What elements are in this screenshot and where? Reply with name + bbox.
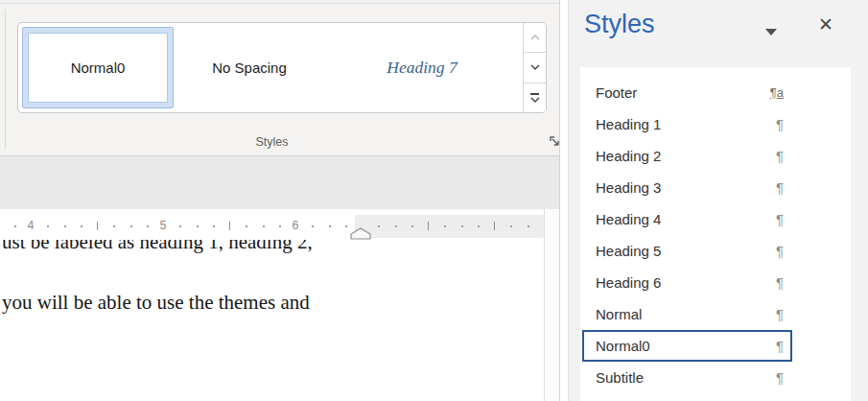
style-item-heading-5[interactable]: Heading 5¶ — [582, 235, 792, 267]
style-item-heading-2[interactable]: Heading 2¶ — [582, 140, 792, 172]
horizontal-ruler: 456 — [0, 209, 559, 240]
linked-style-mark-icon: ¶a — [770, 85, 790, 100]
gallery-items: Normal0No SpacingHeading 7 — [18, 23, 523, 112]
ruler-tick — [494, 222, 495, 230]
ribbon-group-separator — [5, 10, 6, 150]
gallery-scroll-up-button[interactable] — [524, 23, 546, 53]
window-chrome-band — [0, 156, 559, 209]
gallery-item-label: No Spacing — [212, 59, 287, 76]
ruler-tick — [147, 225, 149, 227]
styles-group-label: Styles — [0, 135, 544, 149]
paragraph-mark-icon: ¶ — [776, 306, 790, 322]
style-item-normal0[interactable]: Normal0¶ — [582, 330, 792, 362]
chevron-down-icon — [530, 97, 540, 103]
paragraph-mark-icon: ¶ — [776, 116, 790, 132]
style-item-normal[interactable]: Normal¶ — [582, 298, 792, 330]
style-item-heading-6[interactable]: Heading 6¶ — [582, 267, 792, 298]
document-vertical-scrollbar[interactable] — [544, 209, 559, 401]
style-item-name: Heading 3 — [584, 179, 776, 196]
quick-styles-gallery: Normal0No SpacingHeading 7 — [17, 22, 547, 113]
pane-close-button[interactable]: ✕ — [818, 15, 833, 34]
gallery-item-heading-7[interactable]: Heading 7 — [325, 27, 519, 108]
style-item-name: Normal0 — [584, 338, 776, 354]
ruler-tick: 6 — [293, 219, 299, 232]
ruler-tick — [81, 225, 82, 227]
style-item-heading-4[interactable]: Heading 4¶ — [582, 203, 792, 235]
style-item-heading-1[interactable]: Heading 1¶ — [582, 108, 792, 140]
paragraph-mark-icon: ¶ — [776, 274, 790, 291]
gallery-item-label: Normal0 — [28, 33, 168, 103]
style-item-name: Heading 5 — [584, 243, 776, 259]
ruler-tick — [263, 225, 265, 227]
ruler-tick — [478, 225, 480, 227]
ruler-tick — [279, 225, 281, 227]
ribbon-top-border — [0, 3, 559, 4]
ruler-tick — [345, 225, 347, 227]
paragraph-mark-icon: ¶ — [776, 211, 790, 227]
gallery-scroll-down-button[interactable] — [524, 53, 546, 83]
style-item-name: Normal — [584, 306, 776, 322]
ruler-tick — [229, 222, 230, 230]
ruler-tick — [14, 225, 16, 227]
style-item-name: Subtitle — [584, 369, 776, 386]
ruler-margin-zone — [355, 215, 544, 238]
ruler-tick — [312, 225, 314, 227]
ruler-tick — [528, 225, 529, 227]
ruler-tick — [97, 222, 98, 230]
chevron-up-icon — [530, 35, 540, 40]
style-item-name: Heading 6 — [584, 274, 776, 291]
style-item-name: Heading 1 — [584, 116, 776, 132]
ruler-tick — [113, 225, 115, 227]
ruler-tick — [197, 225, 199, 227]
ruler-tick — [213, 225, 215, 227]
ruler-tick — [411, 225, 413, 227]
styles-task-pane: Styles ✕ Footer¶aHeading 1¶Heading 2¶Hea… — [568, 0, 868, 401]
style-item-footer[interactable]: Footer¶a — [582, 77, 792, 108]
ruler-tick — [461, 225, 463, 227]
ruler-tick — [246, 225, 247, 227]
ruler-tick — [395, 225, 397, 227]
ribbon-styles-group: Normal0No SpacingHeading 7 — [0, 0, 559, 156]
gallery-more-bar-icon — [530, 93, 539, 95]
styles-pane-title: Styles — [584, 10, 655, 39]
paragraph-mark-icon: ¶ — [776, 148, 790, 164]
ruler-tick — [510, 225, 512, 227]
ruler-tick — [428, 222, 429, 230]
paragraph-mark-icon: ¶ — [776, 338, 790, 354]
pane-gutter — [560, 0, 568, 401]
gallery-more-button[interactable] — [524, 83, 546, 112]
ruler-tick — [329, 225, 331, 227]
style-item-name: Heading 4 — [584, 211, 776, 227]
paragraph-mark-icon: ¶ — [776, 369, 790, 386]
ruler-tick — [130, 225, 132, 227]
chevron-down-icon — [530, 64, 540, 70]
gallery-item-label: Heading 7 — [387, 58, 457, 78]
style-item-heading-3[interactable]: Heading 3¶ — [582, 172, 792, 203]
paragraph-mark-icon: ¶ — [776, 243, 790, 259]
gallery-item-normal0[interactable]: Normal0 — [22, 27, 174, 108]
styles-list: Footer¶aHeading 1¶Heading 2¶Heading 3¶He… — [580, 67, 851, 401]
ruler-tick — [444, 225, 446, 227]
style-item-name: Heading 2 — [584, 148, 776, 164]
ruler-tick — [64, 225, 66, 227]
right-indent-marker[interactable] — [350, 227, 371, 240]
document-text-line: you will be able to use the themes and — [2, 291, 310, 315]
paragraph-mark-icon: ¶ — [776, 179, 790, 196]
style-item-name: Footer — [584, 84, 770, 101]
ruler-tick: 4 — [28, 219, 35, 232]
ruler-tick: 5 — [160, 219, 167, 232]
ruler-tick — [47, 225, 49, 227]
gallery-item-no-spacing[interactable]: No Spacing — [174, 27, 325, 108]
ruler-tick — [179, 225, 181, 227]
pane-options-dropdown-icon[interactable] — [765, 29, 777, 35]
style-item-subtitle[interactable]: Subtitle¶ — [582, 362, 792, 393]
ruler-tick — [378, 225, 380, 227]
gallery-scroll-strip — [523, 23, 546, 112]
word-window: Normal0No SpacingHeading 7 — [0, 0, 868, 401]
